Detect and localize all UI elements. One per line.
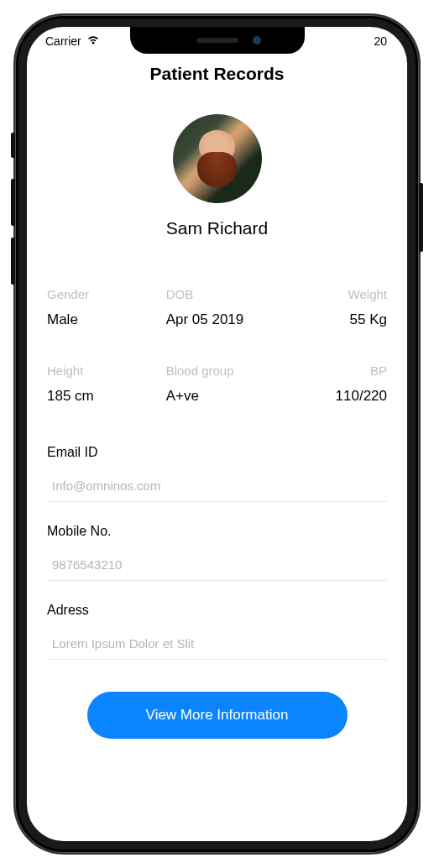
volume-down-button bbox=[11, 238, 15, 285]
info-label: BP bbox=[293, 363, 387, 378]
speaker bbox=[196, 38, 238, 43]
info-label: Gender bbox=[47, 287, 165, 301]
email-field[interactable] bbox=[47, 475, 387, 502]
info-value: 110/220 bbox=[336, 388, 387, 404]
cta-container: View More Information bbox=[47, 692, 387, 757]
volume-up-button bbox=[11, 179, 15, 226]
notch bbox=[130, 27, 305, 54]
phone-bezel: Carrier 20 Patient Records Sam Richard bbox=[15, 15, 419, 853]
info-grid: Gender Male DOB Apr 05 2019 Weight 55 Kg bbox=[47, 287, 387, 405]
info-gender: Gender Male bbox=[47, 287, 165, 328]
address-field[interactable] bbox=[47, 633, 387, 660]
info-label: Weight bbox=[293, 287, 387, 301]
address-section: Adress bbox=[47, 603, 387, 660]
phone-frame: Carrier 20 Patient Records Sam Richard bbox=[0, 0, 434, 868]
wifi-icon bbox=[86, 35, 100, 48]
info-value: A+ve bbox=[166, 388, 199, 404]
side-button bbox=[11, 133, 15, 158]
info-value: 185 cm bbox=[47, 388, 94, 404]
info-bp: BP 110/220 bbox=[293, 363, 387, 405]
screen: Carrier 20 Patient Records Sam Richard bbox=[27, 27, 407, 841]
time-label: 20 bbox=[374, 34, 387, 48]
info-value: Apr 05 2019 bbox=[166, 311, 244, 327]
address-label: Adress bbox=[47, 603, 387, 618]
avatar-container bbox=[47, 114, 387, 203]
info-dob: DOB Apr 05 2019 bbox=[165, 287, 294, 328]
mobile-label: Mobile No. bbox=[47, 524, 387, 539]
status-left: Carrier bbox=[44, 34, 100, 48]
email-label: Email ID bbox=[47, 445, 387, 460]
carrier-label: Carrier bbox=[45, 34, 81, 48]
phone-inner: Carrier 20 Patient Records Sam Richard bbox=[18, 18, 416, 850]
info-label: Blood group bbox=[166, 363, 294, 378]
content: Patient Records Sam Richard Gender Male … bbox=[27, 27, 407, 841]
view-more-button[interactable]: View More Information bbox=[87, 692, 348, 739]
avatar[interactable] bbox=[173, 114, 262, 203]
info-height: Height 185 cm bbox=[47, 363, 165, 405]
info-value: 55 Kg bbox=[350, 311, 387, 327]
info-label: Height bbox=[47, 363, 165, 378]
info-label: DOB bbox=[166, 287, 294, 301]
info-value: Male bbox=[47, 311, 78, 327]
info-weight: Weight 55 Kg bbox=[293, 287, 387, 328]
front-camera bbox=[253, 36, 261, 44]
page-title: Patient Records bbox=[47, 64, 387, 84]
patient-name: Sam Richard bbox=[47, 218, 387, 238]
power-button bbox=[419, 183, 423, 252]
email-section: Email ID bbox=[47, 445, 387, 502]
status-right: 20 bbox=[374, 34, 394, 48]
mobile-section: Mobile No. bbox=[47, 524, 387, 581]
info-blood-group: Blood group A+ve bbox=[165, 363, 294, 405]
mobile-field[interactable] bbox=[47, 554, 387, 581]
